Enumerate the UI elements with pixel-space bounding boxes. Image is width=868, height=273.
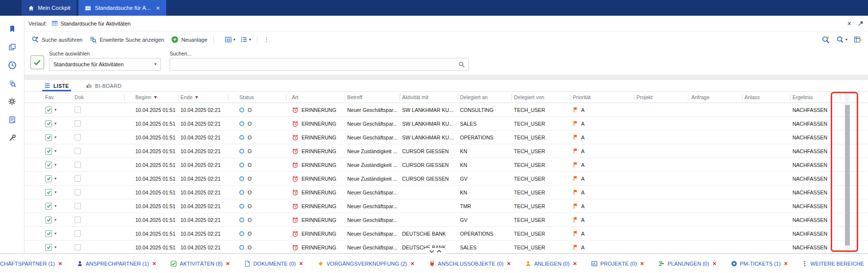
advanced-search-button[interactable]: Erweiterte Suche anzeigen (89, 36, 164, 43)
chevron-down-icon[interactable]: ▾ (54, 108, 56, 112)
bottom-area-tab[interactable]: PM-TICKETS (1) × (731, 260, 788, 267)
favorite-checkbox[interactable] (45, 217, 52, 223)
table-row[interactable]: ▾ 10.04.2025 01:51 10.04.2025 02:21 O ER… (25, 131, 868, 144)
chevron-down-icon[interactable]: ▾ (54, 149, 56, 153)
column-header-delegiert-an[interactable]: Delegiert an (456, 92, 510, 103)
close-icon[interactable]: × (640, 260, 644, 267)
column-resize-grip[interactable] (790, 94, 791, 101)
favorite-checkbox[interactable] (45, 175, 52, 182)
chevron-down-icon[interactable]: ▾ (54, 245, 56, 249)
column-header-ende[interactable]: Ende (177, 92, 227, 103)
dok-checkbox[interactable] (75, 134, 81, 140)
close-icon[interactable]: × (784, 260, 788, 267)
favorite-checkbox[interactable] (45, 107, 52, 113)
favorite-checkbox[interactable] (45, 148, 52, 155)
column-header-art[interactable]: Art (284, 92, 343, 103)
column-header-ergebnis[interactable]: Ergebnis (789, 92, 868, 103)
column-header-fav[interactable]: Fav. (25, 92, 68, 103)
bottom-area-tab[interactable]: ANLIEGEN (0) × (525, 260, 577, 267)
table-row[interactable]: ▾ 10.04.2025 01:51 10.04.2025 02:21 O ER… (25, 199, 868, 213)
sidebar-item-bookmarks[interactable] (4, 20, 21, 38)
search-edit-button[interactable]: ▾ (836, 35, 847, 44)
column-header-status[interactable]: Status (227, 92, 284, 103)
bottom-area-tab[interactable]: ANSCHLUSSOBJEKTE (0) × (429, 260, 511, 267)
close-icon[interactable]: × (507, 260, 511, 267)
dok-checkbox[interactable] (75, 107, 81, 113)
search-select[interactable]: Standardsuche für Aktivitäten ▾ (49, 58, 161, 71)
close-icon[interactable]: × (153, 260, 156, 267)
column-header-anlass[interactable]: Anlass (740, 92, 789, 103)
chevron-down-icon[interactable]: ▾ (54, 190, 56, 194)
chevron-down-icon[interactable]: ▾ (54, 176, 56, 181)
bottom-area-tab[interactable]: VORGANGSVERKNÜPFUNG (2) × (317, 260, 414, 267)
table-row[interactable]: ▾ 10.04.2025 01:51 10.04.2025 02:21 O ER… (25, 186, 868, 199)
column-resize-grip[interactable] (286, 94, 286, 101)
dok-checkbox[interactable] (75, 230, 81, 237)
sidebar-item-settings[interactable] (4, 92, 21, 110)
column-header-dok[interactable]: Dok (68, 92, 123, 103)
sidebar-item-windows[interactable] (4, 38, 21, 56)
chevron-down-icon[interactable]: ▾ (54, 135, 56, 139)
close-icon[interactable]: × (573, 260, 577, 267)
column-resize-grip[interactable] (345, 94, 345, 101)
bottom-area-tab[interactable]: PROJEKTE (0) × (591, 260, 644, 267)
column-header-anfrage[interactable]: Anfrage (687, 92, 740, 103)
table-row[interactable]: ▾ 10.04.2025 01:51 10.04.2025 02:21 O ER… (25, 144, 868, 158)
chevron-down-icon[interactable]: ▾ (54, 218, 56, 222)
run-search-button[interactable]: Suche ausführen (31, 36, 82, 43)
table-row[interactable]: ▾ 10.04.2025 01:51 10.04.2025 02:21 O ER… (25, 227, 868, 241)
column-header-betreff[interactable]: Betreff (343, 92, 398, 103)
column-header-delegiert-von[interactable]: Delegiert von (510, 92, 569, 103)
search-input[interactable] (170, 58, 455, 70)
search-favorites-icon[interactable] (821, 35, 830, 44)
chevron-down-icon[interactable]: ▾ (54, 163, 56, 167)
column-resize-grip[interactable] (458, 94, 458, 101)
favorite-checkbox[interactable] (45, 244, 52, 251)
column-resize-grip[interactable] (400, 94, 400, 101)
dok-checkbox[interactable] (75, 217, 81, 223)
column-resize-grip[interactable] (840, 94, 841, 101)
column-resize-grip[interactable] (688, 94, 689, 101)
favorite-checkbox[interactable] (45, 134, 52, 141)
more-kebab-icon[interactable]: ⋮ (263, 36, 270, 43)
column-resize-grip[interactable] (570, 94, 571, 101)
bottom-area-tab[interactable]: WEITERE BEREICHE (802, 260, 864, 267)
new-record-button[interactable]: Neuanlage (171, 36, 207, 43)
search-icon[interactable] (455, 61, 468, 68)
column-resize-grip[interactable] (124, 94, 125, 101)
dok-checkbox[interactable] (75, 189, 81, 195)
history-item[interactable]: Standardsuche für Aktivitäten (51, 20, 130, 27)
table-row[interactable]: ▾ 10.04.2025 01:51 10.04.2025 02:21 O ER… (25, 117, 868, 131)
column-header-aktivitaet-mit[interactable]: Aktivität mit (398, 92, 456, 103)
bottom-area-tab[interactable]: CHÄFTSPARTNER (1) × (0, 260, 62, 267)
dok-checkbox[interactable] (75, 175, 81, 182)
bottom-area-tab[interactable]: DOKUMENTE (0) × (244, 260, 303, 267)
favorite-checkbox[interactable] (45, 203, 52, 210)
dok-checkbox[interactable] (75, 244, 81, 250)
scrollbar-thumb[interactable] (845, 105, 850, 246)
sidebar-item-reports[interactable] (4, 110, 21, 129)
favorite-checkbox[interactable] (45, 162, 52, 168)
tab-standardsuche[interactable]: Standardsuche für A... × (78, 0, 166, 16)
sidebar-item-history[interactable] (4, 56, 21, 74)
column-resize-grip[interactable] (511, 94, 512, 101)
column-header-prioritaet[interactable]: Priorität (569, 92, 633, 103)
dok-checkbox[interactable] (75, 148, 81, 154)
vertical-scrollbar[interactable] (845, 92, 850, 253)
sidebar-item-tools[interactable] (4, 129, 21, 147)
list-view-button[interactable]: ▾ (240, 36, 251, 43)
tab-bi-board[interactable]: BI-BOARD (84, 82, 124, 91)
table-row[interactable]: ▾ 10.04.2025 01:51 10.04.2025 02:21 O ER… (25, 158, 868, 172)
table-row[interactable]: ▾ 10.04.2025 01:51 10.04.2025 02:21 O ER… (25, 103, 868, 117)
column-header-beginn[interactable]: Beginn (123, 92, 177, 103)
chevron-down-icon[interactable]: ▾ (54, 121, 56, 126)
pin-icon[interactable] (857, 20, 864, 27)
close-icon[interactable]: × (713, 260, 716, 267)
chevron-down-icon[interactable]: ▾ (54, 231, 56, 236)
dok-checkbox[interactable] (75, 203, 81, 209)
table-row[interactable]: ▾ 10.04.2025 01:51 10.04.2025 02:21 O ER… (25, 213, 868, 227)
dok-checkbox[interactable] (75, 162, 81, 168)
bottom-area-tab[interactable]: PLANUNGEN (0) × (658, 260, 716, 267)
column-header-projekt[interactable]: Projekt (633, 92, 687, 103)
table-row[interactable]: ▾ 10.04.2025 01:51 10.04.2025 02:21 O ER… (25, 241, 868, 253)
